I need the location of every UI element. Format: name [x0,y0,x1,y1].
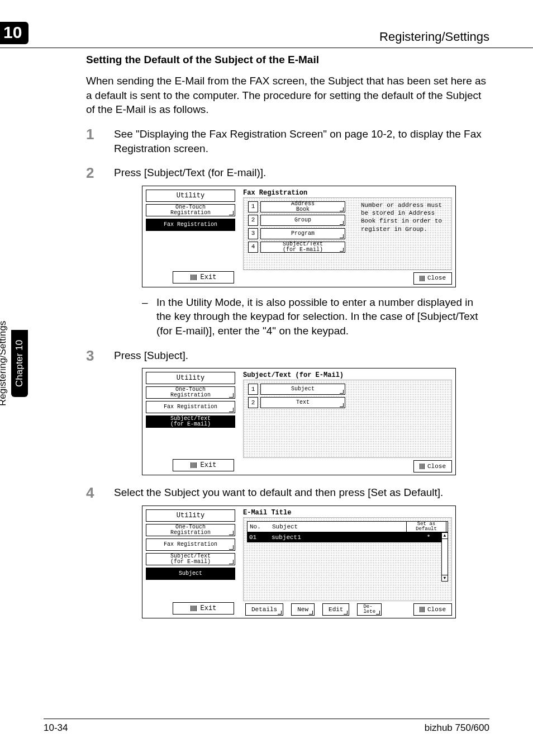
exit-button[interactable]: Exit [173,602,234,615]
intro-paragraph: When sending the E-Mail from the FAX scr… [86,74,489,117]
step-2: Press [Subject/Text (for E-mail)]. Utili… [86,166,489,338]
utility-button[interactable]: Utility [146,190,235,202]
col-no: No. [248,523,272,531]
step-3-text: Press [Subject]. [114,349,188,361]
crumb-subject[interactable]: Subject [146,568,235,580]
row-no: 01 [247,533,272,542]
menu-item-subject[interactable]: 1Subject [248,384,447,395]
crumb-fax-registration[interactable]: Fax Registration [146,401,235,413]
screen2-title: Subject/Text (for E-Mail) [243,371,455,380]
header-section-title: Registering/Settings [379,30,489,44]
step-3: Press [Subject]. Utility One-Touch Regis… [86,348,489,476]
edit-button[interactable]: Edit [322,603,349,616]
exit-button[interactable]: Exit [173,459,234,471]
row-subject: subject1 [272,533,409,542]
col-subject: Subject [272,523,406,531]
menu-item-text[interactable]: 2Text [248,397,447,408]
screenshot-fax-registration: Utility One-Touch Registration Fax Regis… [142,186,456,287]
side-tab-section: Registering/Settings [0,312,11,415]
model-name: bizhub 750/600 [425,722,489,734]
crumb-one-touch[interactable]: One-Touch Registration [146,524,235,536]
chapter-number-badge: 10 [0,22,28,44]
crumb-fax-registration[interactable]: Fax Registration [146,538,235,551]
step-4-text: Select the Subject you want to default a… [114,486,443,498]
step-1: See "Displaying the Fax Registration Scr… [86,127,489,155]
side-tab: Registering/Settings Chapter 10 [9,263,28,464]
scroll-up-icon[interactable]: ▲ [442,533,448,539]
menu-item-subject-text[interactable]: 4Subject/Text (for E-mail) [248,242,447,253]
side-tab-chapter: Chapter 10 [11,330,28,397]
scrollbar[interactable]: ▲ ▼ [441,532,448,582]
crumb-one-touch[interactable]: One-Touch Registration [146,386,235,399]
utility-button[interactable]: Utility [146,372,235,384]
table-row[interactable]: 01 subject1 * [247,532,448,542]
screen1-info-text: Number or address must be stored in Addr… [361,201,448,233]
subheading: Setting the Default of the Subject of th… [86,54,489,66]
screen1-title: Fax Registration [243,188,455,197]
step-2-text: Press [Subject/Text (for E-mail)]. [114,167,266,178]
step-4: Select the Subject you want to default a… [86,485,489,618]
details-button[interactable]: Details [245,603,283,616]
exit-button[interactable]: Exit [173,271,234,284]
table-column-header: No. Subject Set as Default [247,521,448,532]
crumb-fax-registration[interactable]: Fax Registration [146,219,235,231]
crumb-subject-text[interactable]: Subject/Text (for E-mail) [146,415,235,428]
screen3-title: E-Mail Title [243,508,455,517]
screenshot-subject-text: Utility One-Touch Registration Fax Regis… [142,368,456,475]
utility-button[interactable]: Utility [146,509,235,522]
new-button[interactable]: New [291,603,315,616]
step-1-text: See "Displaying the Fax Registration Scr… [114,128,482,154]
set-as-default-button[interactable]: Set as Default [406,521,446,532]
crumb-subject-text[interactable]: Subject/Text (for E-mail) [146,553,235,565]
page-number: 10-34 [44,722,68,734]
close-button[interactable]: Close [413,603,452,616]
close-button[interactable]: Close [413,272,452,285]
step-2-note: In the Utility Mode, it is also possible… [142,295,489,338]
close-button[interactable]: Close [413,460,452,472]
screenshot-email-title: Utility One-Touch Registration Fax Regis… [142,505,456,618]
scroll-down-icon[interactable]: ▼ [442,575,448,581]
crumb-one-touch[interactable]: One-Touch Registration [146,204,235,216]
delete-button[interactable]: De- lete [357,603,382,616]
